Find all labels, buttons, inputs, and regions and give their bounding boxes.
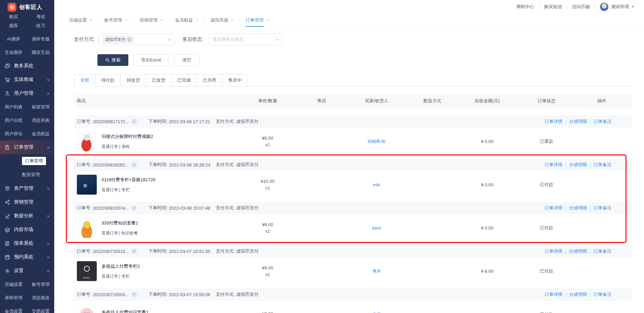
order-detail-link[interactable]: 订单详情 (545, 205, 562, 211)
clipboard-icon (4, 144, 10, 150)
commission-detail-link[interactable]: 分成明细 (569, 162, 587, 168)
sidebar-item-data-analytics[interactable]: 数据分析 ∨ (0, 209, 54, 223)
close-icon[interactable]: × (266, 18, 269, 23)
sidebar-item-delivery-management[interactable]: 配送管理 (0, 168, 54, 182)
close-icon[interactable]: × (231, 18, 233, 23)
tab-virtual-recharge[interactable]: 虚拟充值 × (204, 14, 239, 26)
buyer-link[interactable]: bairh (372, 226, 381, 231)
sidebar-item-account-management[interactable]: 账号管理 (27, 278, 54, 291)
order-detail-link[interactable]: 订单详情 (545, 291, 562, 298)
tag-close-icon[interactable]: × (127, 37, 132, 42)
commission-detail-link[interactable]: 分成明细 (569, 248, 587, 254)
sidebar-item-suitang-hudong[interactable]: 随堂互动 (27, 46, 54, 59)
status-tab-pending-payment[interactable]: 待付款 (95, 74, 121, 86)
sidebar-item-lianxi[interactable]: 练习 (27, 19, 54, 32)
close-icon[interactable]: × (160, 18, 163, 23)
order-number: 订单号:2022030816262... (77, 162, 137, 168)
status-tab-completed[interactable]: 已完成 (172, 74, 197, 86)
sidebar-item-marketing-management[interactable]: 营销管理 (0, 195, 54, 209)
sidebar-item-user-comments[interactable]: 用户评论 (0, 127, 27, 140)
pay-method-select[interactable]: 虚拟币支付 × ∨ (99, 34, 174, 45)
product-title[interactable]: 多收益人付费专栏2 (102, 263, 140, 269)
buyer-link[interactable]: 经销商-灿 (368, 139, 386, 144)
eye-icon[interactable] (132, 249, 137, 254)
sidebar-item-order-management[interactable]: 订单管理 ∧ (0, 140, 54, 154)
eye-icon[interactable] (132, 119, 137, 124)
eye-icon[interactable] (132, 162, 137, 167)
aftersale-status-select[interactable]: 请选择售后状态 ∨ (209, 34, 282, 45)
product-title[interactable]: 333付费知识套餐1 (102, 220, 138, 226)
order-detail-link[interactable]: 订单详情 (545, 248, 562, 254)
sidebar-item-user-management[interactable]: 用户管理 ∧ (0, 86, 54, 100)
status-tab-all[interactable]: 全部 (74, 74, 95, 86)
tab-marketing-management[interactable]: 营销管理 × (133, 14, 169, 26)
sidebar-item-hudong-ceping[interactable]: 互动测评 (0, 46, 27, 59)
commission-detail-link[interactable]: 分成明细 (569, 291, 587, 298)
sidebar-item-partial-2[interactable]: 考试 (27, 14, 54, 19)
product-title[interactable]: 多收益人付费知识套餐1 (102, 309, 149, 313)
eye-icon[interactable] (132, 292, 137, 297)
sidebar-item-message-push[interactable]: 消息推送 (27, 291, 54, 304)
tab-member-benefits[interactable]: 会员权益 × (169, 14, 204, 26)
order-number: 订单号:2022030715500... (77, 291, 137, 298)
order-remark-link[interactable]: 订单备注 (594, 205, 611, 211)
sidebar-item-ceping-zhuanti[interactable]: 测评专题 (27, 32, 54, 46)
commission-detail-link[interactable]: 分成明细 (569, 205, 587, 211)
eye-icon[interactable] (132, 206, 137, 210)
sidebar-item-user-group[interactable]: 用户分组 (0, 114, 27, 127)
sidebar-item-tag-management[interactable]: 标签管理 (27, 100, 54, 114)
tab-account-management[interactable]: 账号管理 × (98, 14, 133, 26)
buyer-link[interactable]: 隽禾 (373, 269, 381, 274)
sidebar-item-ai-ceping[interactable]: AI测评 (0, 32, 27, 46)
tab-order-management[interactable]: 订单管理 × (239, 14, 275, 26)
close-icon[interactable]: × (125, 18, 127, 23)
order-remark-link[interactable]: 订单备注 (594, 248, 611, 254)
sidebar-item-settings[interactable]: 设置 ∧ (0, 264, 54, 278)
export-excel-button[interactable]: 导出Excel (133, 54, 169, 66)
tab-shop-settings[interactable]: 店铺设置 × (63, 14, 98, 26)
order-remark-link[interactable]: 订单备注 (594, 291, 611, 298)
sidebar-item-member-settings[interactable]: 会员设置 (0, 304, 27, 313)
order-status-cell: 已付款 (522, 182, 572, 188)
sidebar-item-lecturer-management[interactable]: 讲师管理 (0, 291, 27, 304)
commission-detail-link[interactable]: 分成明细 (569, 118, 587, 125)
search-button[interactable]: 搜索 (97, 54, 128, 66)
sidebar-partial-row: 购买 考试 (0, 14, 54, 19)
sidebar-item-user-list[interactable]: 用户列表 (0, 100, 27, 114)
sidebar-item-content-market[interactable]: 内容市场 (0, 223, 54, 236)
sidebar-item-booking-system[interactable]: 预约系统 ∨ (0, 250, 54, 264)
order-detail-link[interactable]: 订单详情 (545, 162, 562, 168)
order-status-cell: 已付款 (522, 225, 572, 231)
status-tab-pending-shipment[interactable]: 待发货 (121, 74, 146, 86)
visit-shop-link[interactable]: 访问店铺 (572, 4, 590, 10)
buy-sms-link[interactable]: 购买短信 (544, 4, 562, 10)
buyer-link[interactable]: milk (373, 183, 380, 187)
sidebar-item-tiku[interactable]: 题库 (0, 19, 27, 32)
order-detail-link[interactable]: 订单详情 (545, 118, 562, 125)
sidebar-item-order-management-sub[interactable]: 订单管理 (0, 154, 54, 168)
sidebar-item-edu-system[interactable]: 教务系统 (0, 59, 54, 73)
sidebar-item-mall[interactable]: 实体商城 ∨ (0, 73, 54, 86)
order-remark-link[interactable]: 订单备注 (594, 162, 611, 168)
close-icon[interactable]: × (90, 18, 92, 23)
clear-button[interactable]: 清空 (174, 54, 200, 66)
order-remark-link[interactable]: 订单备注 (594, 118, 611, 125)
sidebar-item-message-list[interactable]: 消息列表 (27, 114, 54, 127)
sidebar-item-report-system[interactable]: 报单系统 ∨ (0, 236, 54, 250)
status-tab-aftersale[interactable]: 售后中 (222, 74, 248, 86)
status-tab-shipped[interactable]: 已发货 (146, 74, 172, 86)
sidebar-item-member-benefits[interactable]: 会员权益 (27, 127, 54, 140)
product-meta: 普通订单 | 知识套餐 (102, 230, 138, 236)
sidebar-item-trade-settings[interactable]: 交易设置 (27, 304, 54, 313)
user-menu[interactable]: 测试环境 ▼ (600, 2, 634, 11)
help-center-link[interactable]: 帮助中心 (516, 4, 534, 10)
status-tab-closed[interactable]: 已关闭 (197, 74, 222, 86)
product-title[interactable]: 0118付费专栏+音频181720 (102, 177, 155, 183)
sidebar-item-shop-settings[interactable]: 店铺设置 (0, 278, 27, 291)
close-icon[interactable]: × (196, 18, 198, 23)
sidebar-item-asset-management[interactable]: 资产管理 ∨ (0, 182, 54, 195)
buyer-link[interactable]: 隽禾 (373, 312, 381, 313)
order-row: 订单号:2022030816262... 下单时间:2022-03-08 16:… (74, 159, 632, 198)
product-title[interactable]: 旧模式分账限时付费视频2 (102, 134, 153, 140)
sidebar-item-partial-1[interactable]: 购买 (0, 14, 27, 19)
